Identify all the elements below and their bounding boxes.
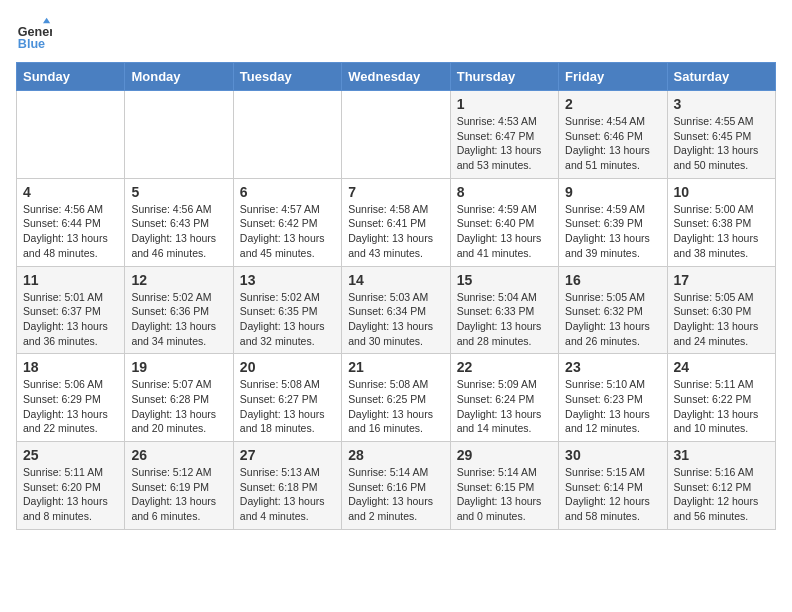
day-info: Sunrise: 4:59 AM Sunset: 6:40 PM Dayligh… xyxy=(457,202,552,261)
day-info: Sunrise: 4:59 AM Sunset: 6:39 PM Dayligh… xyxy=(565,202,660,261)
day-number: 18 xyxy=(23,359,118,375)
calendar-cell: 16Sunrise: 5:05 AM Sunset: 6:32 PM Dayli… xyxy=(559,266,667,354)
day-info: Sunrise: 5:08 AM Sunset: 6:27 PM Dayligh… xyxy=(240,377,335,436)
day-info: Sunrise: 5:08 AM Sunset: 6:25 PM Dayligh… xyxy=(348,377,443,436)
col-header-wednesday: Wednesday xyxy=(342,63,450,91)
day-number: 16 xyxy=(565,272,660,288)
day-number: 10 xyxy=(674,184,769,200)
calendar-cell: 4Sunrise: 4:56 AM Sunset: 6:44 PM Daylig… xyxy=(17,178,125,266)
day-number: 26 xyxy=(131,447,226,463)
day-info: Sunrise: 4:55 AM Sunset: 6:45 PM Dayligh… xyxy=(674,114,769,173)
day-number: 14 xyxy=(348,272,443,288)
calendar-cell: 2Sunrise: 4:54 AM Sunset: 6:46 PM Daylig… xyxy=(559,91,667,179)
day-number: 11 xyxy=(23,272,118,288)
day-info: Sunrise: 5:00 AM Sunset: 6:38 PM Dayligh… xyxy=(674,202,769,261)
day-number: 1 xyxy=(457,96,552,112)
col-header-friday: Friday xyxy=(559,63,667,91)
calendar-cell xyxy=(17,91,125,179)
day-info: Sunrise: 5:04 AM Sunset: 6:33 PM Dayligh… xyxy=(457,290,552,349)
calendar-cell: 17Sunrise: 5:05 AM Sunset: 6:30 PM Dayli… xyxy=(667,266,775,354)
day-number: 5 xyxy=(131,184,226,200)
col-header-monday: Monday xyxy=(125,63,233,91)
calendar-cell: 15Sunrise: 5:04 AM Sunset: 6:33 PM Dayli… xyxy=(450,266,558,354)
calendar-cell xyxy=(125,91,233,179)
calendar-cell: 18Sunrise: 5:06 AM Sunset: 6:29 PM Dayli… xyxy=(17,354,125,442)
calendar-cell: 23Sunrise: 5:10 AM Sunset: 6:23 PM Dayli… xyxy=(559,354,667,442)
calendar-cell: 6Sunrise: 4:57 AM Sunset: 6:42 PM Daylig… xyxy=(233,178,341,266)
day-info: Sunrise: 5:02 AM Sunset: 6:36 PM Dayligh… xyxy=(131,290,226,349)
calendar-cell: 5Sunrise: 4:56 AM Sunset: 6:43 PM Daylig… xyxy=(125,178,233,266)
svg-marker-2 xyxy=(43,18,50,23)
calendar-cell: 25Sunrise: 5:11 AM Sunset: 6:20 PM Dayli… xyxy=(17,442,125,530)
day-number: 30 xyxy=(565,447,660,463)
day-number: 15 xyxy=(457,272,552,288)
day-number: 25 xyxy=(23,447,118,463)
calendar-cell: 19Sunrise: 5:07 AM Sunset: 6:28 PM Dayli… xyxy=(125,354,233,442)
day-info: Sunrise: 4:56 AM Sunset: 6:44 PM Dayligh… xyxy=(23,202,118,261)
day-info: Sunrise: 5:15 AM Sunset: 6:14 PM Dayligh… xyxy=(565,465,660,524)
day-number: 7 xyxy=(348,184,443,200)
day-number: 6 xyxy=(240,184,335,200)
calendar-cell: 22Sunrise: 5:09 AM Sunset: 6:24 PM Dayli… xyxy=(450,354,558,442)
calendar-cell: 7Sunrise: 4:58 AM Sunset: 6:41 PM Daylig… xyxy=(342,178,450,266)
day-number: 21 xyxy=(348,359,443,375)
calendar-cell: 20Sunrise: 5:08 AM Sunset: 6:27 PM Dayli… xyxy=(233,354,341,442)
day-info: Sunrise: 4:54 AM Sunset: 6:46 PM Dayligh… xyxy=(565,114,660,173)
day-info: Sunrise: 5:11 AM Sunset: 6:22 PM Dayligh… xyxy=(674,377,769,436)
calendar-cell: 26Sunrise: 5:12 AM Sunset: 6:19 PM Dayli… xyxy=(125,442,233,530)
calendar-cell: 10Sunrise: 5:00 AM Sunset: 6:38 PM Dayli… xyxy=(667,178,775,266)
calendar-cell: 1Sunrise: 4:53 AM Sunset: 6:47 PM Daylig… xyxy=(450,91,558,179)
day-number: 27 xyxy=(240,447,335,463)
day-info: Sunrise: 5:14 AM Sunset: 6:15 PM Dayligh… xyxy=(457,465,552,524)
day-info: Sunrise: 5:16 AM Sunset: 6:12 PM Dayligh… xyxy=(674,465,769,524)
day-info: Sunrise: 5:05 AM Sunset: 6:32 PM Dayligh… xyxy=(565,290,660,349)
day-number: 17 xyxy=(674,272,769,288)
day-info: Sunrise: 5:12 AM Sunset: 6:19 PM Dayligh… xyxy=(131,465,226,524)
day-info: Sunrise: 5:10 AM Sunset: 6:23 PM Dayligh… xyxy=(565,377,660,436)
day-number: 24 xyxy=(674,359,769,375)
day-number: 9 xyxy=(565,184,660,200)
day-info: Sunrise: 5:02 AM Sunset: 6:35 PM Dayligh… xyxy=(240,290,335,349)
day-number: 3 xyxy=(674,96,769,112)
calendar-cell xyxy=(342,91,450,179)
day-number: 22 xyxy=(457,359,552,375)
day-number: 12 xyxy=(131,272,226,288)
day-info: Sunrise: 5:14 AM Sunset: 6:16 PM Dayligh… xyxy=(348,465,443,524)
svg-text:Blue: Blue xyxy=(18,37,45,51)
day-number: 23 xyxy=(565,359,660,375)
col-header-tuesday: Tuesday xyxy=(233,63,341,91)
day-info: Sunrise: 5:05 AM Sunset: 6:30 PM Dayligh… xyxy=(674,290,769,349)
calendar-cell: 27Sunrise: 5:13 AM Sunset: 6:18 PM Dayli… xyxy=(233,442,341,530)
calendar-cell: 28Sunrise: 5:14 AM Sunset: 6:16 PM Dayli… xyxy=(342,442,450,530)
day-number: 13 xyxy=(240,272,335,288)
day-number: 2 xyxy=(565,96,660,112)
calendar-cell: 3Sunrise: 4:55 AM Sunset: 6:45 PM Daylig… xyxy=(667,91,775,179)
logo: General Blue xyxy=(16,16,52,52)
col-header-sunday: Sunday xyxy=(17,63,125,91)
col-header-thursday: Thursday xyxy=(450,63,558,91)
day-number: 28 xyxy=(348,447,443,463)
day-info: Sunrise: 5:09 AM Sunset: 6:24 PM Dayligh… xyxy=(457,377,552,436)
day-info: Sunrise: 5:01 AM Sunset: 6:37 PM Dayligh… xyxy=(23,290,118,349)
day-number: 20 xyxy=(240,359,335,375)
day-number: 8 xyxy=(457,184,552,200)
calendar-cell: 9Sunrise: 4:59 AM Sunset: 6:39 PM Daylig… xyxy=(559,178,667,266)
calendar-table: SundayMondayTuesdayWednesdayThursdayFrid… xyxy=(16,62,776,530)
calendar-cell: 14Sunrise: 5:03 AM Sunset: 6:34 PM Dayli… xyxy=(342,266,450,354)
calendar-cell: 12Sunrise: 5:02 AM Sunset: 6:36 PM Dayli… xyxy=(125,266,233,354)
day-info: Sunrise: 5:11 AM Sunset: 6:20 PM Dayligh… xyxy=(23,465,118,524)
day-info: Sunrise: 4:53 AM Sunset: 6:47 PM Dayligh… xyxy=(457,114,552,173)
calendar-cell: 11Sunrise: 5:01 AM Sunset: 6:37 PM Dayli… xyxy=(17,266,125,354)
calendar-cell: 24Sunrise: 5:11 AM Sunset: 6:22 PM Dayli… xyxy=(667,354,775,442)
logo-icon: General Blue xyxy=(16,16,52,52)
day-info: Sunrise: 4:58 AM Sunset: 6:41 PM Dayligh… xyxy=(348,202,443,261)
calendar-cell xyxy=(233,91,341,179)
calendar-cell: 30Sunrise: 5:15 AM Sunset: 6:14 PM Dayli… xyxy=(559,442,667,530)
day-info: Sunrise: 4:57 AM Sunset: 6:42 PM Dayligh… xyxy=(240,202,335,261)
day-info: Sunrise: 5:13 AM Sunset: 6:18 PM Dayligh… xyxy=(240,465,335,524)
calendar-cell: 21Sunrise: 5:08 AM Sunset: 6:25 PM Dayli… xyxy=(342,354,450,442)
calendar-cell: 31Sunrise: 5:16 AM Sunset: 6:12 PM Dayli… xyxy=(667,442,775,530)
col-header-saturday: Saturday xyxy=(667,63,775,91)
day-info: Sunrise: 5:07 AM Sunset: 6:28 PM Dayligh… xyxy=(131,377,226,436)
page-header: General Blue xyxy=(16,16,776,52)
